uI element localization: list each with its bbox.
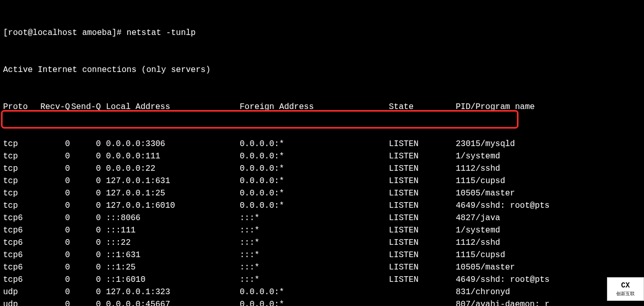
- cell-proto: tcp6: [3, 249, 39, 261]
- cell-pid: 807/avahi-daemon: r: [456, 298, 549, 306]
- cell-pid: 1115/cupsd: [456, 249, 505, 261]
- header-line: Active Internet connections (only server…: [3, 64, 641, 76]
- cell-foreign: 0.0.0.0:*: [240, 163, 389, 175]
- table-row: tcp600:::22:::*LISTEN1112/sshd: [3, 237, 641, 249]
- table-row: udp000.0.0.0:456670.0.0.0:*807/avahi-dae…: [3, 298, 641, 306]
- table-row: tcp600:::8066:::*LISTEN4827/java: [3, 212, 641, 224]
- cell-recvq: 0: [39, 212, 70, 224]
- cell-recvq: 0: [39, 163, 70, 175]
- cell-recvq: 0: [39, 286, 70, 298]
- col-local: Local Address: [101, 101, 240, 113]
- cell-state: LISTEN: [389, 150, 456, 163]
- cell-pid: 1/systemd: [456, 224, 500, 237]
- cell-recvq: 0: [39, 200, 70, 212]
- cell-recvq: 0: [39, 187, 70, 200]
- cell-foreign: :::*: [240, 249, 389, 261]
- cell-foreign: 0.0.0.0:*: [240, 138, 389, 150]
- cell-recvq: 0: [39, 274, 70, 286]
- cell-state: LISTEN: [389, 274, 456, 286]
- cell-pid: 1115/cupsd: [456, 175, 505, 187]
- table-row: tcp000.0.0.0:220.0.0.0:*LISTEN1112/sshd: [3, 163, 641, 175]
- cell-proto: tcp: [3, 150, 39, 163]
- cell-foreign: :::*: [240, 261, 389, 274]
- netstat-rows: tcp000.0.0.0:33060.0.0.0:*LISTEN23015/my…: [3, 138, 641, 306]
- cell-sendq: 0: [70, 138, 101, 150]
- cell-local: ::1:25: [101, 261, 240, 274]
- table-row: udp00127.0.0.1:3230.0.0.0:*831/chronyd: [3, 286, 641, 298]
- cell-foreign: 0.0.0.0:*: [240, 175, 389, 187]
- cell-state: LISTEN: [389, 261, 456, 274]
- watermark-logo: CX: [621, 280, 630, 291]
- cell-local: ::1:6010: [101, 274, 240, 286]
- table-row: tcp600::1:6010:::*LISTEN4649/sshd: root@…: [3, 274, 641, 286]
- col-state: State: [389, 101, 456, 113]
- cell-local: :::111: [101, 224, 240, 237]
- cell-foreign: 0.0.0.0:*: [240, 286, 389, 298]
- cell-foreign: 0.0.0.0:*: [240, 150, 389, 163]
- cell-foreign: :::*: [240, 274, 389, 286]
- col-foreign: Foreign Address: [240, 101, 389, 113]
- cell-state: LISTEN: [389, 224, 456, 237]
- cell-foreign: :::*: [240, 237, 389, 249]
- cell-proto: tcp: [3, 187, 39, 200]
- cell-local: :::8066: [101, 212, 240, 224]
- col-proto: Proto: [3, 101, 39, 113]
- cell-pid: 10505/master: [456, 261, 515, 274]
- cell-local: 127.0.0.1:6010: [101, 200, 240, 212]
- cell-local: 0.0.0.0:111: [101, 150, 240, 163]
- col-pid: PID/Program name: [456, 101, 535, 113]
- table-row: tcp000.0.0.0:33060.0.0.0:*LISTEN23015/my…: [3, 138, 641, 150]
- cell-local: 127.0.0.1:323: [101, 286, 240, 298]
- cell-state: LISTEN: [389, 249, 456, 261]
- cell-pid: 831/chronyd: [456, 286, 510, 298]
- cell-sendq: 0: [70, 163, 101, 175]
- cell-sendq: 0: [70, 249, 101, 261]
- cell-proto: tcp: [3, 175, 39, 187]
- cell-sendq: 0: [70, 150, 101, 163]
- cell-proto: tcp6: [3, 212, 39, 224]
- cell-state: LISTEN: [389, 138, 456, 150]
- terminal-output[interactable]: [root@localhost amoeba]# netstat -tunlp …: [0, 0, 644, 306]
- cell-state: LISTEN: [389, 200, 456, 212]
- cell-state: LISTEN: [389, 187, 456, 200]
- cell-pid: 4649/sshd: root@pts: [456, 274, 549, 286]
- cell-pid: 1112/sshd: [456, 237, 500, 249]
- cell-foreign: :::*: [240, 224, 389, 237]
- table-row: tcp600::1:631:::*LISTEN1115/cupsd: [3, 249, 641, 261]
- table-row: tcp600::1:25:::*LISTEN10505/master: [3, 261, 641, 274]
- cell-state: LISTEN: [389, 175, 456, 187]
- cell-recvq: 0: [39, 175, 70, 187]
- cell-proto: tcp: [3, 163, 39, 175]
- cell-sendq: 0: [70, 237, 101, 249]
- col-recvq: Recv-Q: [39, 101, 70, 113]
- cell-recvq: 0: [39, 249, 70, 261]
- column-headers: ProtoRecv-QSend-QLocal AddressForeign Ad…: [3, 101, 641, 113]
- command-text: netstat -tunlp: [127, 28, 195, 38]
- cell-pid: 4649/sshd: root@pts: [456, 200, 549, 212]
- cell-state: LISTEN: [389, 163, 456, 175]
- cell-recvq: 0: [39, 298, 70, 306]
- cell-proto: tcp: [3, 138, 39, 150]
- prompt-line-1: [root@localhost amoeba]# netstat -tunlp: [3, 27, 641, 39]
- cell-proto: tcp6: [3, 261, 39, 274]
- cell-local: 0.0.0.0:22: [101, 163, 240, 175]
- cell-proto: udp: [3, 298, 39, 306]
- cell-foreign: 0.0.0.0:*: [240, 298, 389, 306]
- cell-proto: tcp: [3, 200, 39, 212]
- cell-proto: tcp6: [3, 224, 39, 237]
- cell-sendq: 0: [70, 187, 101, 200]
- table-row: tcp00127.0.0.1:6310.0.0.0:*LISTEN1115/cu…: [3, 175, 641, 187]
- cell-local: :::22: [101, 237, 240, 249]
- cell-sendq: 0: [70, 175, 101, 187]
- cell-local: 0.0.0.0:45667: [101, 298, 240, 306]
- cell-proto: tcp6: [3, 274, 39, 286]
- cell-pid: 1112/sshd: [456, 163, 500, 175]
- cell-foreign: 0.0.0.0:*: [240, 187, 389, 200]
- table-row: tcp000.0.0.0:1110.0.0.0:*LISTEN1/systemd: [3, 150, 641, 163]
- cell-proto: udp: [3, 286, 39, 298]
- watermark: CX 创新互联: [607, 277, 644, 301]
- cell-state: LISTEN: [389, 212, 456, 224]
- table-row: tcp00127.0.0.1:60100.0.0.0:*LISTEN4649/s…: [3, 200, 641, 212]
- cell-sendq: 0: [70, 274, 101, 286]
- cell-pid: 1/systemd: [456, 150, 500, 163]
